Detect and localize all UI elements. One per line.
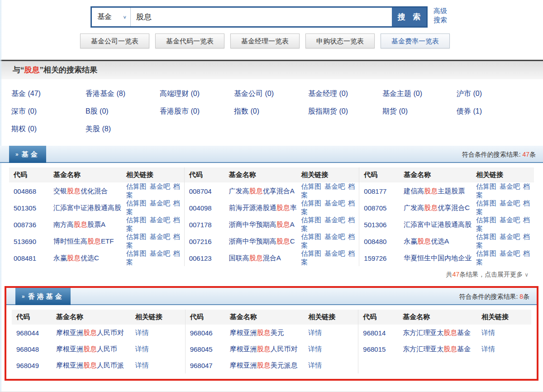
fund-code-link[interactable]: 968046	[190, 329, 213, 337]
estimate-chart-link[interactable]: 估算图	[476, 182, 496, 190]
estimate-chart-link[interactable]: 估算图	[126, 216, 147, 224]
category-wealth[interactable]: 高端理财 (0)	[160, 89, 234, 107]
fund-code-link[interactable]: 501306	[364, 221, 386, 229]
detail-link[interactable]: 详情	[135, 329, 149, 336]
fund-code-link[interactable]: 968045	[190, 345, 213, 353]
estimate-chart-link[interactable]: 估算图	[476, 249, 496, 257]
quick-link-fund-managers[interactable]: 基金经理一览表	[230, 33, 300, 48]
fund-name-link[interactable]: 东方汇理亚太股息基金	[403, 345, 471, 353]
fund-name-link[interactable]: 华夏恒生中国内地企业	[404, 254, 472, 262]
fund-bar-link[interactable]: 基金吧	[324, 199, 345, 207]
fund-name-link[interactable]: 交银股息优化混合	[53, 187, 108, 195]
fund-code-link[interactable]: 008736	[14, 221, 36, 229]
category-fund-manager[interactable]: 基金经理 (0)	[308, 89, 382, 107]
category-index-futures[interactable]: 股指期货 (0)	[308, 107, 382, 124]
fund-bar-link[interactable]: 基金吧	[150, 182, 170, 190]
fund-code-link[interactable]: 007178	[189, 221, 212, 229]
fund-code-link[interactable]: 968047	[190, 362, 213, 369]
search-button[interactable]: 搜 索	[392, 8, 426, 26]
fund-code-link[interactable]: 004868	[14, 187, 36, 195]
fund-code-link[interactable]: 968049	[16, 362, 39, 369]
fund-name-link[interactable]: 南方高股息股票A	[53, 220, 105, 228]
fund-bar-link[interactable]: 基金吧	[500, 249, 520, 257]
fund-code-link[interactable]: 008480	[364, 238, 386, 245]
quick-link-fund-companies[interactable]: 基金公司一览表	[80, 33, 149, 48]
detail-link[interactable]: 详情	[481, 345, 495, 353]
fund-name-link[interactable]: 广发高股息优享混合C	[404, 204, 470, 211]
estimate-chart-link[interactable]: 估算图	[476, 199, 496, 207]
fund-name-link[interactable]: 摩根亚洲股息人民币对	[230, 345, 298, 353]
fund-bar-link[interactable]: 基金吧	[150, 216, 170, 224]
fund-code-link[interactable]: 968048	[16, 345, 39, 353]
category-futures[interactable]: 期货 (0)	[382, 107, 457, 124]
category-fund-theme[interactable]: 基金主题 (0)	[382, 89, 457, 107]
fund-code-link[interactable]: 006123	[189, 254, 212, 262]
fund-bar-link[interactable]: 基金吧	[500, 182, 520, 190]
fund-code-link[interactable]: 008177	[364, 187, 386, 195]
estimate-chart-link[interactable]: 估算图	[126, 199, 147, 207]
fund-bar-link[interactable]: 基金吧	[150, 233, 170, 240]
category-fund[interactable]: 基金 (47)	[11, 89, 86, 107]
fund-bar-link[interactable]: 基金吧	[324, 216, 345, 224]
fund-bar-link[interactable]: 基金吧	[500, 233, 520, 240]
fund-bar-link[interactable]: 基金吧	[500, 216, 520, 224]
estimate-chart-link[interactable]: 估算图	[126, 182, 147, 190]
fund-name-link[interactable]: 前海开源港股通股息率	[229, 204, 297, 211]
fund-code-link[interactable]: 007216	[189, 238, 212, 245]
detail-link[interactable]: 详情	[135, 361, 149, 369]
category-index[interactable]: 指数 (0)	[234, 107, 308, 124]
quick-link-fund-rates[interactable]: 基金费率一览表	[381, 33, 450, 48]
detail-link[interactable]: 详情	[308, 329, 322, 336]
tab-fund[interactable]: » 基金	[9, 146, 46, 163]
quick-link-purchase-status[interactable]: 申购状态一览表	[305, 33, 375, 48]
fund-code-link[interactable]: 513690	[14, 238, 36, 245]
tab-hk-fund[interactable]: » 香港基金	[15, 288, 71, 305]
estimate-chart-link[interactable]: 估算图	[301, 216, 321, 224]
quick-link-fund-codes[interactable]: 基金代码一览表	[155, 33, 224, 48]
detail-link[interactable]: 详情	[135, 345, 149, 353]
expand-more[interactable]: 共47条结果，点击展开更多∨	[0, 266, 543, 282]
category-options[interactable]: 期权 (0)	[11, 124, 86, 142]
fund-bar-link[interactable]: 基金吧	[500, 199, 520, 207]
estimate-chart-link[interactable]: 估算图	[301, 233, 321, 240]
fund-code-link[interactable]: 008704	[189, 187, 212, 195]
category-us-stocks[interactable]: 美股 (8)	[86, 124, 160, 142]
category-bonds[interactable]: 债券 (1)	[457, 107, 531, 124]
fund-code-link[interactable]: 004098	[189, 204, 212, 212]
category-hk-market[interactable]: 香港股市 (0)	[160, 107, 234, 124]
fund-name-link[interactable]: 摩根亚洲股息人民币派	[56, 361, 124, 369]
estimate-chart-link[interactable]: 估算图	[301, 199, 321, 207]
category-hk-fund[interactable]: 香港基金 (8)	[86, 89, 160, 107]
fund-code-link[interactable]: 968044	[16, 329, 39, 337]
fund-name-link[interactable]: 浙商中华预期高股息C	[229, 237, 295, 245]
fund-name-link[interactable]: 汇添富中证港股通高股	[404, 220, 472, 228]
search-input[interactable]	[131, 8, 392, 26]
estimate-chart-link[interactable]: 估算图	[126, 249, 147, 257]
fund-bar-link[interactable]: 基金吧	[150, 199, 170, 207]
fund-bar-link[interactable]: 基金吧	[324, 233, 345, 240]
fund-name-link[interactable]: 广发高股息优享混合A	[229, 187, 295, 195]
fund-name-link[interactable]: 东方汇理亚太股息基金	[403, 329, 471, 336]
detail-link[interactable]: 详情	[308, 345, 322, 353]
fund-name-link[interactable]: 浙商中华预期高股息A	[229, 220, 295, 228]
fund-code-link[interactable]: 008481	[14, 254, 36, 262]
fund-name-link[interactable]: 摩根亚洲股息美元	[230, 329, 284, 336]
estimate-chart-link[interactable]: 估算图	[301, 249, 321, 257]
estimate-chart-link[interactable]: 估算图	[126, 233, 147, 240]
estimate-chart-link[interactable]: 估算图	[476, 233, 496, 240]
fund-name-link[interactable]: 国联高股息混合A	[229, 254, 281, 262]
detail-link[interactable]: 详情	[308, 361, 322, 369]
fund-bar-link[interactable]: 基金吧	[324, 249, 345, 257]
category-fund-company[interactable]: 基金公司 (0)	[234, 89, 308, 107]
search-category-select[interactable]: 基金 ∨	[92, 8, 131, 26]
category-sh-market[interactable]: 沪市 (0)	[457, 89, 531, 107]
fund-name-link[interactable]: 摩根亚洲股息美元派息	[230, 361, 298, 369]
fund-code-link[interactable]: 968015	[363, 345, 386, 353]
fund-code-link[interactable]: 968014	[363, 329, 386, 337]
fund-code-link[interactable]: 008705	[364, 204, 386, 212]
fund-name-link[interactable]: 永赢股息优选A	[404, 237, 449, 245]
fund-name-link[interactable]: 摩根亚洲股息人民币	[56, 345, 117, 353]
fund-code-link[interactable]: 501305	[14, 204, 36, 212]
fund-name-link[interactable]: 博时恒生高股息ETF	[53, 237, 114, 245]
fund-name-link[interactable]: 汇添富中证港股通高股	[53, 204, 121, 211]
